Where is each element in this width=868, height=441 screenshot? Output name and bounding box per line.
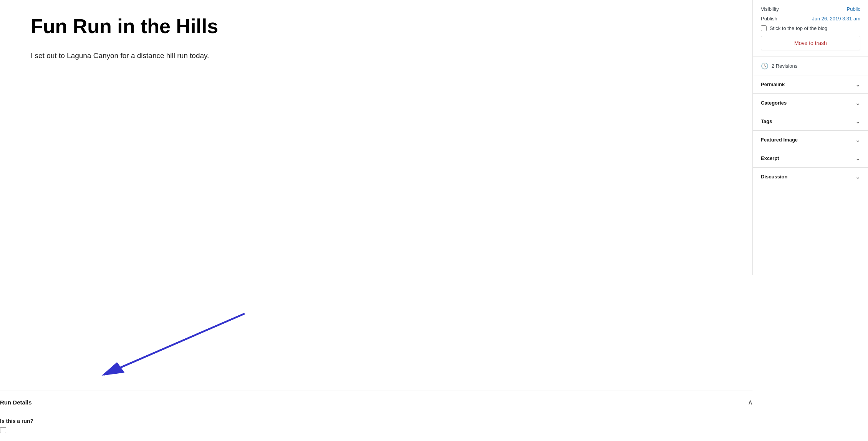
categories-header[interactable]: Categories ⌄ <box>753 94 868 112</box>
publish-section: Visibility Public Publish Jun 26, 2019 3… <box>753 0 868 57</box>
tags-panel: Tags ⌄ <box>753 112 868 131</box>
is-run-label: Is this a run? <box>0 418 753 424</box>
tags-title: Tags <box>761 118 772 124</box>
featured-image-panel: Featured Image ⌄ <box>753 131 868 149</box>
categories-panel: Categories ⌄ <box>753 94 868 112</box>
visibility-label: Visibility <box>761 6 779 12</box>
post-title: Fun Run in the Hills <box>31 15 722 37</box>
run-details-header[interactable]: Run Details ∧ <box>0 391 753 413</box>
svg-line-1 <box>104 314 245 375</box>
publish-label: Publish <box>761 16 777 22</box>
featured-image-chevron: ⌄ <box>855 136 860 143</box>
main-area: Fun Run in the Hills I set out to Laguna… <box>0 0 753 441</box>
editor-area: Fun Run in the Hills I set out to Laguna… <box>0 0 753 275</box>
revisions-row[interactable]: 🕓 2 Revisions <box>753 57 868 75</box>
move-to-trash-button[interactable]: Move to trash <box>761 36 860 50</box>
post-body: I set out to Laguna Canyon for a distanc… <box>31 50 722 62</box>
run-details-content: Is this a run? <box>0 413 753 441</box>
excerpt-header[interactable]: Excerpt ⌄ <box>753 149 868 167</box>
permalink-panel: Permalink ⌄ <box>753 75 868 94</box>
categories-chevron: ⌄ <box>855 99 860 107</box>
permalink-chevron: ⌄ <box>855 81 860 88</box>
featured-image-header[interactable]: Featured Image ⌄ <box>753 131 868 149</box>
revisions-icon: 🕓 <box>761 62 769 70</box>
run-details-panel: Run Details ∧ Is this a run? <box>0 391 753 441</box>
is-run-checkbox[interactable] <box>0 427 6 433</box>
tags-header[interactable]: Tags ⌄ <box>753 112 868 130</box>
sidebar: Visibility Public Publish Jun 26, 2019 3… <box>753 0 868 441</box>
categories-title: Categories <box>761 100 787 106</box>
stick-to-top-label: Stick to the top of the blog <box>770 25 827 31</box>
discussion-header[interactable]: Discussion ⌄ <box>753 168 868 186</box>
publish-row: Publish Jun 26, 2019 3:31 am <box>761 16 860 22</box>
publish-value[interactable]: Jun 26, 2019 3:31 am <box>812 16 860 22</box>
excerpt-chevron: ⌄ <box>855 155 860 162</box>
stick-to-top-checkbox[interactable] <box>761 25 767 31</box>
permalink-header[interactable]: Permalink ⌄ <box>753 75 868 93</box>
is-run-checkbox-row <box>0 427 753 433</box>
featured-image-title: Featured Image <box>761 137 798 143</box>
visibility-value[interactable]: Public <box>847 6 860 12</box>
run-details-title: Run Details <box>0 399 32 406</box>
revisions-text: 2 Revisions <box>772 63 797 69</box>
stick-to-top-row: Stick to the top of the blog <box>761 25 860 31</box>
tags-chevron: ⌄ <box>855 118 860 125</box>
visibility-row: Visibility Public <box>761 6 860 12</box>
run-details-chevron: ∧ <box>748 398 753 406</box>
discussion-chevron: ⌄ <box>855 173 860 180</box>
excerpt-panel: Excerpt ⌄ <box>753 149 868 168</box>
permalink-title: Permalink <box>761 82 785 87</box>
discussion-panel: Discussion ⌄ <box>753 168 868 186</box>
discussion-title: Discussion <box>761 174 787 180</box>
excerpt-title: Excerpt <box>761 155 779 161</box>
